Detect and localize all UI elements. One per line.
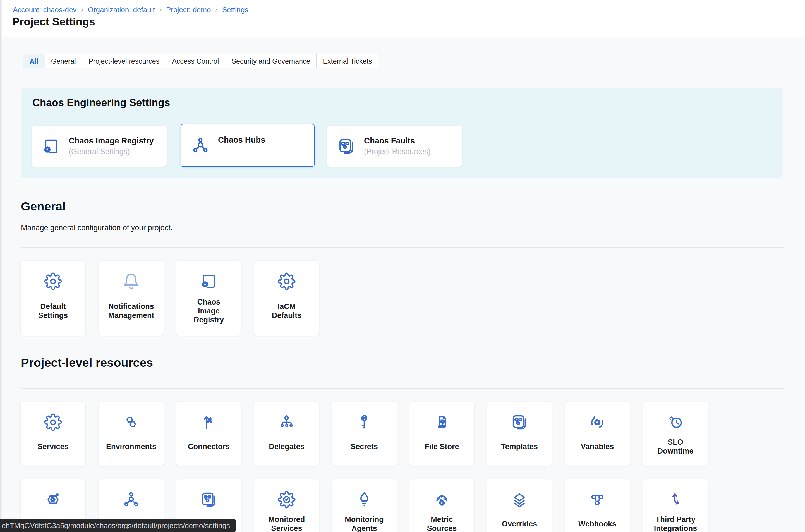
card-label: Chaos Hubs [218, 135, 265, 145]
tile-label: Third Party Integrations [648, 509, 703, 532]
settings-tab-bar: All General Project-level resources Acce… [23, 54, 379, 69]
url-preview-text: ehTMqGVdfsfG3a5g/module/chaos/orgs/defau… [2, 521, 230, 530]
tile-label: Metric Sources [425, 509, 459, 532]
tab-project-level-resources[interactable]: Project-level resources [82, 54, 166, 68]
delegates-icon [278, 413, 295, 431]
project-settings-page: Account: chaos-dev › Organization: defau… [0, 0, 805, 532]
left-edge-shadow [0, 0, 2, 532]
tile-webhooks[interactable]: Webhooks [565, 479, 630, 532]
url-preview-tooltip: ehTMqGVdfsfG3a5g/module/chaos/orgs/defau… [0, 519, 236, 532]
card-sublabel: (Project Resources) [364, 147, 431, 156]
environments-icon [122, 413, 140, 431]
tile-label: Secrets [336, 431, 392, 466]
tile-label: Environments [103, 431, 159, 466]
tile-delegates[interactable]: Delegates [254, 402, 319, 466]
tile-iacm-defaults[interactable]: IaCM Defaults [254, 261, 319, 336]
page-header: Account: chaos-dev › Organization: defau… [0, 0, 805, 37]
card-sublabel: (General Settings) [69, 147, 154, 156]
breadcrumb-settings[interactable]: Settings [222, 5, 248, 14]
breadcrumb-project[interactable]: Project: demo [166, 5, 211, 14]
card-sublabel [218, 147, 265, 155]
gear-icon [44, 413, 62, 431]
tile-default-settings[interactable]: Default Settings [21, 261, 85, 336]
tile-chaos-image-registry[interactable]: Chaos Image Registry [176, 261, 241, 336]
breadcrumb-separator-icon: › [159, 6, 161, 14]
tile-secrets[interactable]: Secrets [332, 402, 397, 466]
card-label: Chaos Image Registry [69, 136, 154, 146]
tile-label: Delegates [259, 431, 314, 466]
third-party-arrow-icon [667, 491, 685, 509]
chaos-image-registry-icon [200, 272, 218, 290]
chaos-hubs-icon [191, 136, 210, 155]
key-icon [355, 413, 373, 431]
flame-icon [355, 491, 373, 509]
tile-label: IaCM Defaults [265, 290, 308, 336]
tile-label: Monitored Services [259, 509, 314, 532]
tile-templates[interactable]: Templates [487, 402, 552, 466]
chaos-section-title: Chaos Engineering Settings [32, 97, 170, 109]
divider [21, 247, 784, 248]
gauge-icon [433, 491, 451, 509]
general-section-description: Manage general configuration of your pro… [21, 224, 172, 232]
card-chaos-hubs[interactable]: Chaos Hubs [180, 124, 314, 167]
tile-label: Variables [570, 431, 625, 466]
bell-icon [122, 272, 140, 290]
tile-label: Chaos Image Registry [188, 290, 230, 336]
tab-security-and-governance[interactable]: Security and Governance [225, 54, 317, 68]
breadcrumb-separator-icon: › [81, 6, 83, 14]
tile-slo-downtime[interactable]: SLO Downtime [643, 402, 708, 466]
card-chaos-faults[interactable]: Chaos Faults (Project Resources) [327, 126, 462, 167]
layers-icon [511, 491, 529, 509]
tile-label: Connectors [181, 431, 237, 466]
chaos-faults-icon [337, 137, 356, 155]
tile-notifications-management[interactable]: Notifications Management [99, 261, 164, 336]
card-chaos-image-registry[interactable]: Chaos Image Registry (General Settings) [32, 126, 167, 167]
templates-icon [511, 413, 529, 431]
page-title: Project Settings [12, 16, 95, 28]
tile-label: Webhooks [570, 509, 625, 532]
chaosguard-icon [44, 491, 62, 509]
breadcrumb-account[interactable]: Account: chaos-dev [13, 5, 76, 14]
tile-label: Notifications Management [110, 290, 152, 336]
connectors-icon [200, 413, 218, 431]
tile-variables[interactable]: Variables [565, 402, 630, 466]
tab-external-tickets[interactable]: External Tickets [317, 54, 378, 68]
tile-label: Overrides [492, 509, 548, 532]
clock-icon [667, 413, 685, 431]
tile-label: File Store [414, 431, 470, 466]
file-store-icon [433, 413, 451, 431]
tile-monitoring-agents[interactable]: Monitoring Agents [332, 479, 397, 532]
webhooks-icon [588, 491, 606, 509]
registry-icon [200, 491, 218, 509]
tile-connectors[interactable]: Connectors [176, 402, 241, 466]
tile-overrides[interactable]: Overrides [487, 479, 552, 532]
tile-file-store[interactable]: File Store [409, 402, 474, 466]
tab-all[interactable]: All [23, 54, 45, 68]
chaos-image-registry-icon [42, 137, 60, 155]
variables-icon [588, 413, 606, 431]
tile-third-party-integrations[interactable]: Third Party Integrations [643, 479, 708, 532]
card-label: Chaos Faults [364, 136, 431, 146]
gear-icon [44, 272, 62, 290]
tile-label: SLO Downtime [658, 431, 692, 466]
tab-access-control[interactable]: Access Control [166, 54, 225, 68]
general-section-title: General [21, 200, 65, 213]
tile-metric-sources[interactable]: Metric Sources [409, 479, 474, 532]
tile-label: Default Settings [32, 290, 74, 336]
tile-label: Monitoring Agents [336, 509, 392, 532]
tile-label: Templates [492, 431, 548, 466]
tile-monitored-services[interactable]: Monitored Services [254, 479, 319, 532]
monitored-services-icon [278, 491, 295, 509]
divider [21, 388, 784, 388]
breadcrumb-separator-icon: › [215, 6, 217, 14]
chaos-engineering-settings-section: Chaos Engineering Settings Chaos Image R… [21, 89, 783, 177]
breadcrumb-organization[interactable]: Organization: default [88, 5, 155, 14]
tile-services[interactable]: Services [21, 402, 85, 466]
chaos-hubs-icon [122, 491, 140, 509]
tab-general[interactable]: General [45, 54, 82, 68]
tile-label: Services [25, 431, 81, 466]
gear-icon [278, 272, 295, 290]
breadcrumb: Account: chaos-dev › Organization: defau… [13, 5, 248, 14]
project-resources-section-title: Project-level resources [21, 356, 153, 369]
tile-environments[interactable]: Environments [99, 402, 164, 466]
